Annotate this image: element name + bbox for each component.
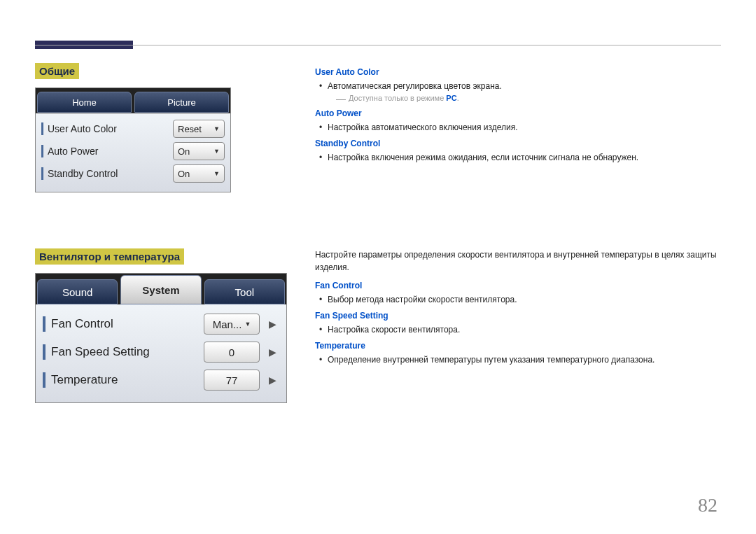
setting-label: Auto Power xyxy=(48,146,169,157)
setting-row: Temperature 77 ▶ xyxy=(43,366,279,394)
section-general-right: User Auto Color Автоматическая регулиров… xyxy=(315,63,721,165)
setting-row: User Auto Color Reset▼ xyxy=(41,118,225,140)
section-title-general: Общие xyxy=(35,63,79,79)
desc-item: Выбор метода настройки скорости вентилят… xyxy=(328,293,721,307)
setting-dropdown[interactable]: On▼ xyxy=(173,164,225,183)
screenshot-general: Home Picture User Auto Color Reset▼ Auto… xyxy=(35,87,231,192)
setting-dropdown[interactable]: On▼ xyxy=(173,142,225,160)
dash-icon: ― xyxy=(336,93,346,104)
setting-label: Fan Speed Setting xyxy=(51,345,198,359)
setting-label: Standby Control xyxy=(48,168,169,179)
arrow-right-icon[interactable]: ▶ xyxy=(265,346,279,358)
tabs-row: Home Picture xyxy=(36,88,230,113)
setting-value-box[interactable]: 0 xyxy=(204,342,260,363)
section-general-left: Общие Home Picture User Auto Color Reset… xyxy=(35,63,287,192)
row-marker-icon xyxy=(41,122,43,135)
section-fan-temp: Вентилятор и температура Sound System To… xyxy=(35,248,721,403)
setting-row: Standby Control On▼ xyxy=(41,162,225,185)
page-number: 82 xyxy=(698,494,718,517)
desc-list: Определение внутренней температуры путем… xyxy=(315,353,721,367)
note-pc: PC xyxy=(446,94,456,102)
desc-item: Настройка скорости вентилятора. xyxy=(328,323,721,337)
desc-title-standby-control: Standby Control xyxy=(315,139,721,148)
desc-title-fan-control: Fan Control xyxy=(315,281,721,290)
desc-list: Настройка автоматического включения изде… xyxy=(315,121,721,134)
arrow-right-icon[interactable]: ▶ xyxy=(265,374,279,386)
section-fan-temp-left: Вентилятор и температура Sound System To… xyxy=(35,248,287,403)
desc-note: ―Доступна только в режиме PC. xyxy=(336,93,721,104)
chevron-down-icon: ▼ xyxy=(214,125,220,132)
setting-value: Man... xyxy=(213,318,242,330)
desc-list: Настройка скорости вентилятора. xyxy=(315,323,721,337)
section-fan-temp-right: Настройте параметры определения скорости… xyxy=(315,248,721,367)
desc-list: Настройка включения режима ожидания, есл… xyxy=(315,151,721,164)
tab-system[interactable]: System xyxy=(120,275,201,304)
desc-title-user-auto-color: User Auto Color xyxy=(315,67,721,77)
arrow-right-icon[interactable]: ▶ xyxy=(265,318,279,330)
setting-value: Reset xyxy=(178,124,202,134)
row-marker-icon xyxy=(43,316,46,332)
row-marker-icon xyxy=(43,344,46,360)
note-prefix: Доступна только в режиме xyxy=(349,94,446,102)
tab-body: User Auto Color Reset▼ Auto Power On▼ St… xyxy=(36,113,230,192)
tab-home[interactable]: Home xyxy=(37,92,132,113)
setting-label: Temperature xyxy=(51,373,198,387)
tab-picture[interactable]: Picture xyxy=(134,92,229,113)
header-divider xyxy=(35,45,721,45)
desc-item: Автоматическая регулировка цветов экрана… xyxy=(328,80,721,93)
chevron-down-icon: ▼ xyxy=(244,321,251,328)
desc-list: Автоматическая регулировка цветов экрана… xyxy=(315,80,721,93)
setting-dropdown[interactable]: Man...▼ xyxy=(204,314,260,335)
setting-row: Auto Power On▼ xyxy=(41,140,225,162)
tab-sound[interactable]: Sound xyxy=(37,279,118,304)
note-suffix: . xyxy=(457,94,459,102)
chevron-down-icon: ▼ xyxy=(214,148,220,155)
desc-item: Определение внутренней температуры путем… xyxy=(328,353,721,367)
tabs-row: Sound System Tool xyxy=(36,274,286,304)
row-marker-icon xyxy=(43,372,46,388)
setting-value: 0 xyxy=(229,346,234,358)
desc-list: Выбор метода настройки скорости вентилят… xyxy=(315,293,721,307)
setting-dropdown[interactable]: Reset▼ xyxy=(173,120,225,138)
chevron-down-icon: ▼ xyxy=(214,170,220,177)
tab-body: Fan Control Man...▼ ▶ Fan Speed Setting … xyxy=(36,304,286,402)
setting-value: 77 xyxy=(226,374,238,386)
setting-label: Fan Control xyxy=(51,317,198,331)
setting-row: Fan Control Man...▼ ▶ xyxy=(43,310,279,338)
desc-title-auto-power: Auto Power xyxy=(315,108,721,118)
setting-value: On xyxy=(178,146,190,157)
section-intro: Настройте параметры определения скорости… xyxy=(315,248,721,274)
section-general: Общие Home Picture User Auto Color Reset… xyxy=(35,63,721,192)
setting-label: User Auto Color xyxy=(48,123,169,134)
row-marker-icon xyxy=(41,145,43,157)
row-marker-icon xyxy=(41,167,43,180)
desc-title-temperature: Temperature xyxy=(315,341,721,351)
desc-item: Настройка включения режима ожидания, есл… xyxy=(328,151,721,164)
desc-item: Настройка автоматического включения изде… xyxy=(328,121,721,134)
screenshot-fan-temp: Sound System Tool Fan Control Man...▼ ▶ … xyxy=(35,273,287,403)
page-content: Общие Home Picture User Auto Color Reset… xyxy=(35,63,721,403)
section-title-fan-temp: Вентилятор и температура xyxy=(35,248,184,265)
setting-row: Fan Speed Setting 0 ▶ xyxy=(43,338,279,366)
tab-tool[interactable]: Tool xyxy=(204,279,285,304)
setting-value-box[interactable]: 77 xyxy=(204,370,260,391)
desc-title-fan-speed: Fan Speed Setting xyxy=(315,311,721,321)
setting-value: On xyxy=(178,169,190,179)
